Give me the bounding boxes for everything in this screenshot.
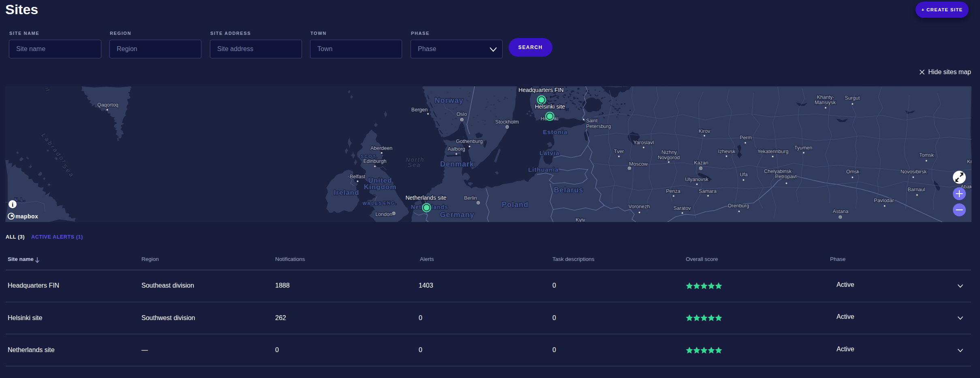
svg-text:Qaqortoq: Qaqortoq [97,102,118,108]
svg-text:Edinburgh: Edinburgh [364,158,387,164]
svg-text:Petersburg: Petersburg [586,124,611,129]
svg-text:Orenburg: Orenburg [728,203,749,209]
svg-text:London: London [375,211,392,217]
svg-text:Perm: Perm [740,135,752,141]
svg-text:Yekaterinburg: Yekaterinburg [757,149,789,154]
svg-text:Yaroslavl: Yaroslavl [633,140,654,145]
svg-text:ENG.: ENG. [383,201,398,205]
svg-text:Poland: Poland [502,201,529,209]
svg-text:i: i [12,201,13,208]
svg-text:Omsk: Omsk [846,169,860,175]
svg-text:Saratov: Saratov [673,205,691,211]
svg-text:Nizhny: Nizhny [661,149,677,155]
svg-text:Izhevsk: Izhevsk [718,149,736,154]
svg-text:Kyiv: Kyiv [576,217,585,222]
svg-text:Gothenburg: Gothenburg [456,139,483,144]
svg-text:Germany: Germany [440,211,474,219]
svg-text:Helsinki site: Helsinki site [535,103,565,110]
svg-text:Tver: Tver [614,149,624,154]
svg-text:Aalborg: Aalborg [447,146,465,152]
svg-text:Saint: Saint [586,118,598,124]
svg-text:Estonia: Estonia [543,128,567,135]
svg-text:Samara: Samara [699,188,717,194]
svg-text:Novgorod: Novgorod [658,155,680,160]
svg-text:Belarus: Belarus [554,186,583,194]
svg-text:Ulyanovsk: Ulyanovsk [685,177,708,182]
svg-text:Aberdeen: Aberdeen [370,145,392,151]
svg-text:Sea: Sea [408,161,421,168]
svg-text:Ireland: Ireland [334,189,359,196]
svg-text:Barnaul: Barnaul [907,187,925,192]
svg-text:Kazan: Kazan [694,160,708,166]
svg-text:Moscow: Moscow [629,161,648,167]
svg-text:Lithuania: Lithuania [528,166,559,173]
svg-text:mapbox: mapbox [15,213,38,220]
svg-text:Kingdom: Kingdom [364,183,397,191]
svg-text:Bergen: Bergen [411,107,428,113]
svg-text:Ufa: Ufa [740,172,748,177]
svg-text:Novosibirsk: Novosibirsk [901,169,927,175]
svg-text:Netherlands site: Netherlands site [405,194,446,201]
svg-text:Kirov: Kirov [699,128,710,134]
svg-text:Berlin: Berlin [464,195,477,201]
svg-text:Penza: Penza [666,188,680,194]
svg-text:Norway: Norway [434,96,463,105]
svg-text:Khanty-: Khanty- [817,94,834,100]
svg-text:Oslo: Oslo [456,111,467,117]
svg-text:Surgut: Surgut [845,95,860,101]
svg-text:Voronezh: Voronezh [629,204,650,209]
svg-text:WALES: WALES [362,201,382,206]
svg-text:Chelyabinsk: Chelyabinsk [764,169,792,174]
svg-text:Tomsk: Tomsk [919,152,934,158]
svg-text:Denmark: Denmark [440,160,474,168]
svg-text:Petropavl: Petropavl [775,174,797,179]
svg-text:N.L.: N.L. [15,197,26,202]
svg-text:Latvia: Latvia [539,149,559,156]
svg-text:Pavlodar: Pavlodar [874,198,894,203]
svg-text:Stockholm: Stockholm [495,119,519,125]
svg-text:Belfast: Belfast [350,174,366,179]
svg-text:Headquarters FIN: Headquarters FIN [518,87,563,93]
svg-text:Mansiysk: Mansiysk [815,100,836,105]
svg-text:Krasn: Krasn [967,159,971,164]
svg-text:Tyumen: Tyumen [794,145,813,151]
svg-text:Astana: Astana [833,209,849,214]
